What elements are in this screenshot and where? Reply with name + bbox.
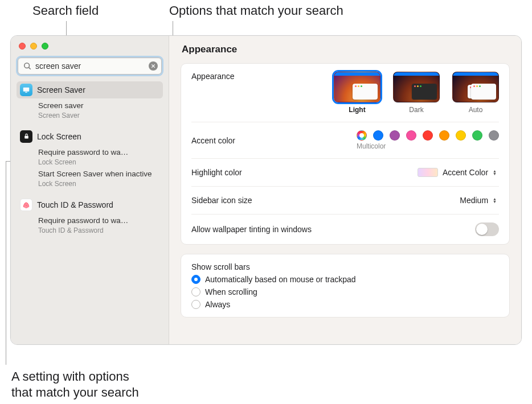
search-result-items: Require password to wa…Touch ID & Passwo… xyxy=(17,213,163,237)
radio-label: Automatically based on mouse or trackpad xyxy=(205,275,356,284)
window-controls xyxy=(11,42,169,57)
svg-rect-5 xyxy=(25,92,27,93)
appearance-label: Appearance xyxy=(191,72,235,81)
zoom-button[interactable] xyxy=(42,43,48,50)
accent-color-swatch[interactable] xyxy=(357,130,367,141)
svg-line-1 xyxy=(29,68,31,69)
radio-button[interactable] xyxy=(191,300,200,309)
radio-label: When scrolling xyxy=(205,287,257,296)
appearance-thumb-image xyxy=(334,72,380,102)
search-result-header[interactable]: Screen Saver xyxy=(17,81,163,98)
scrollbars-panel: Show scroll bars Automatically based on … xyxy=(181,254,510,318)
svg-rect-4 xyxy=(23,88,30,92)
radio-button[interactable] xyxy=(191,287,200,296)
accent-color-swatches xyxy=(357,130,499,141)
callout-search-field: Search field xyxy=(32,3,99,18)
search-result-item[interactable]: Screen saverScreen Saver xyxy=(36,100,163,121)
accent-color-swatch[interactable] xyxy=(489,130,499,141)
screensaver-icon xyxy=(20,84,32,96)
radio-label: Always xyxy=(205,300,230,309)
search-result-title: Lock Screen xyxy=(37,132,81,141)
accent-color-swatch[interactable] xyxy=(373,130,383,141)
accent-color-row: Accent color Multicolor xyxy=(191,122,499,159)
radio-button[interactable] xyxy=(191,275,200,284)
sidebar-icon-size-value: Medium xyxy=(460,196,488,205)
lockscreen-icon xyxy=(20,130,32,143)
callout-setting-options: A setting with options that match your s… xyxy=(11,369,139,400)
minimize-button[interactable] xyxy=(30,43,37,50)
accent-color-swatch[interactable] xyxy=(406,130,416,141)
result-item-title: Require password to wa… xyxy=(38,148,161,158)
scrollbars-row: Show scroll bars Automatically based on … xyxy=(191,254,499,317)
highlight-color-select[interactable]: Accent Color ▲▼ xyxy=(415,167,499,178)
search-result-items: Require password to wa…Lock ScreenStart … xyxy=(17,145,163,191)
wallpaper-tinting-row: Allow wallpaper tinting in windows xyxy=(191,215,499,244)
result-item-title: Start Screen Saver when inactive xyxy=(38,170,161,179)
highlight-swatch-icon xyxy=(418,168,438,177)
appearance-panel: Appearance LightDarkAuto Accent color Mu… xyxy=(181,63,510,245)
sidebar-icon-size-row: Sidebar icon size Medium ▲▼ xyxy=(191,187,499,215)
search-result-group: Touch ID & PasswordRequire password to w… xyxy=(17,196,163,237)
wallpaper-tinting-label: Allow wallpaper tinting in windows xyxy=(191,225,312,234)
close-button[interactable] xyxy=(19,43,26,50)
appearance-option-auto[interactable]: Auto xyxy=(452,72,499,114)
result-item-sub: Lock Screen xyxy=(38,158,161,166)
chevron-updown-icon: ▲▼ xyxy=(493,197,497,203)
search-result-items: Screen saverScreen Saver xyxy=(17,98,163,122)
search-results: Screen SaverScreen saverScreen SaverLock… xyxy=(11,81,169,243)
toggle-knob xyxy=(476,224,488,235)
search-result-title: Touch ID & Password xyxy=(37,200,113,209)
callout-line xyxy=(6,161,6,365)
appearance-thumb-image xyxy=(393,72,440,102)
appearance-thumb-label: Light xyxy=(334,106,380,114)
sidebar: Screen SaverScreen saverScreen SaverLock… xyxy=(11,36,169,344)
search-result-group: Lock ScreenRequire password to wa…Lock S… xyxy=(17,128,163,191)
appearance-thumbs: LightDarkAuto xyxy=(334,72,499,114)
search-result-item[interactable]: Require password to wa…Touch ID & Passwo… xyxy=(36,215,163,236)
appearance-thumb-image xyxy=(452,72,499,102)
search-input[interactable] xyxy=(35,61,145,71)
search-result-header[interactable]: Touch ID & Password xyxy=(17,196,163,213)
search-icon xyxy=(23,61,32,71)
search-field[interactable] xyxy=(18,57,162,75)
settings-window: Screen SaverScreen saverScreen SaverLock… xyxy=(10,35,522,345)
clear-search-button[interactable] xyxy=(149,61,158,71)
scrollbars-label: Show scroll bars xyxy=(191,262,250,271)
search-result-item[interactable]: Start Screen Saver when inactiveLock Scr… xyxy=(36,168,163,189)
search-result-group: Screen SaverScreen saverScreen Saver xyxy=(17,81,163,122)
appearance-option-dark[interactable]: Dark xyxy=(393,72,440,114)
svg-point-0 xyxy=(24,63,30,68)
accent-color-swatch[interactable] xyxy=(390,130,400,141)
sidebar-icon-size-label: Sidebar icon size xyxy=(191,196,252,205)
appearance-row: Appearance LightDarkAuto xyxy=(191,64,499,122)
accent-color-swatch[interactable] xyxy=(439,130,449,141)
result-item-sub: Lock Screen xyxy=(38,180,161,188)
appearance-option-light[interactable]: Light xyxy=(334,72,380,114)
result-item-sub: Touch ID & Password xyxy=(38,226,161,234)
result-item-sub: Screen Saver xyxy=(38,112,161,119)
search-result-title: Screen Saver xyxy=(37,85,85,94)
appearance-thumb-label: Auto xyxy=(452,106,499,114)
search-result-item[interactable]: Require password to wa…Lock Screen xyxy=(36,146,163,168)
svg-rect-6 xyxy=(24,136,28,139)
scrollbars-radio-option[interactable]: When scrolling xyxy=(191,287,356,296)
accent-color-swatch[interactable] xyxy=(472,130,482,141)
touchid-icon xyxy=(20,199,32,211)
accent-color-swatch[interactable] xyxy=(456,130,466,141)
accent-color-sublabel: Multicolor xyxy=(357,142,386,150)
sidebar-icon-size-select[interactable]: Medium ▲▼ xyxy=(457,195,499,206)
chevron-updown-icon: ▲▼ xyxy=(493,170,497,175)
wallpaper-tinting-toggle[interactable] xyxy=(475,222,499,236)
appearance-thumb-label: Dark xyxy=(393,106,440,114)
scrollbars-radio-option[interactable]: Automatically based on mouse or trackpad xyxy=(191,275,356,284)
accent-color-label: Accent color xyxy=(191,136,235,145)
callout-options-match: Options that match your search xyxy=(169,3,343,18)
result-item-title: Require password to wa… xyxy=(38,216,161,226)
highlight-color-label: Highlight color xyxy=(191,168,242,177)
accent-color-swatch[interactable] xyxy=(423,130,433,141)
scrollbars-options: Automatically based on mouse or trackpad… xyxy=(191,275,356,309)
scrollbars-radio-option[interactable]: Always xyxy=(191,300,356,309)
search-result-header[interactable]: Lock Screen xyxy=(17,128,163,145)
page-title: Appearance xyxy=(169,36,521,63)
highlight-color-value: Accent Color xyxy=(443,168,488,177)
